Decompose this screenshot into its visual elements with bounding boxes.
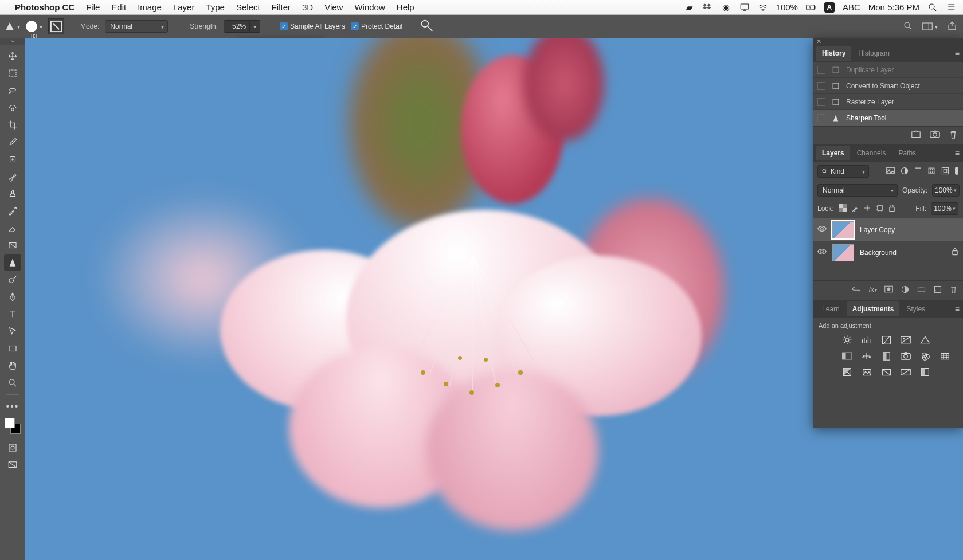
brush-panel-toggle[interactable] (48, 18, 64, 34)
battery-icon[interactable] (806, 2, 816, 13)
threshold-icon[interactable] (880, 367, 892, 377)
wifi-icon[interactable] (758, 2, 768, 13)
menu-select[interactable]: Select (236, 2, 260, 12)
pressure-controls-icon[interactable] (420, 18, 436, 34)
quick-select-tool[interactable] (4, 100, 21, 116)
history-toggle[interactable] (817, 82, 825, 90)
lock-artboard-icon[interactable] (876, 204, 884, 214)
tab-layers[interactable]: Layers (816, 146, 850, 160)
layer-thumbnail[interactable] (832, 244, 854, 261)
brush-tool[interactable] (4, 169, 21, 185)
fx-icon[interactable]: fx▾ (869, 285, 876, 296)
layer-filter-kind[interactable]: Kind (817, 165, 869, 178)
menu-filter[interactable]: Filter (272, 2, 291, 12)
history-step[interactable]: Sharpen Tool (813, 110, 963, 126)
levels-icon[interactable] (861, 335, 872, 345)
hue-sat-icon[interactable] (841, 351, 853, 361)
filter-adjustment-icon[interactable] (901, 167, 909, 177)
history-step[interactable]: Convert to Smart Object (813, 78, 963, 94)
panel-close-icon[interactable]: ✕ (813, 38, 963, 45)
battery-percent[interactable]: 100% (776, 2, 798, 12)
tab-history[interactable]: History (816, 46, 851, 61)
blend-mode-select[interactable]: Normal (817, 184, 898, 197)
crop-tool[interactable] (4, 117, 21, 133)
fill-input[interactable]: 100%▾ (931, 202, 958, 215)
curves-icon[interactable] (880, 335, 892, 345)
move-tool[interactable] (4, 48, 21, 64)
sample-all-layers-checkbox[interactable]: ✓Sample All Layers (280, 22, 345, 30)
marquee-tool[interactable] (4, 65, 21, 81)
notification-center-icon[interactable]: ☰ (946, 2, 956, 13)
brightness-icon[interactable] (841, 335, 853, 345)
screen-mode-icon[interactable] (4, 457, 21, 473)
tab-histogram[interactable]: Histogram (852, 46, 895, 61)
input-source-label[interactable]: ABC (843, 2, 860, 12)
history-toggle[interactable] (817, 66, 825, 74)
share-icon[interactable] (947, 21, 957, 33)
history-step[interactable]: Duplicate Layer (813, 62, 963, 78)
visibility-toggle-icon[interactable] (817, 225, 827, 234)
menu-edit[interactable]: Edit (111, 2, 126, 12)
color-balance-icon[interactable] (861, 351, 872, 361)
group-icon[interactable] (917, 285, 926, 296)
search-icon[interactable] (903, 21, 913, 33)
lock-all-icon[interactable] (888, 204, 895, 214)
link-layers-icon[interactable] (852, 285, 861, 296)
edit-toolbar-icon[interactable]: ••• (4, 398, 21, 414)
history-step[interactable]: Rasterize Layer (813, 94, 963, 110)
photo-filter-icon[interactable] (900, 351, 911, 361)
gradient-tool[interactable] (4, 237, 21, 253)
current-tool-icon[interactable] (6, 22, 14, 30)
color-swatches[interactable] (5, 418, 21, 434)
menu-layer[interactable]: Layer (173, 2, 195, 12)
filter-smart-icon[interactable] (941, 167, 949, 177)
spotlight-icon[interactable] (927, 2, 938, 13)
strength-input[interactable]: 52% (224, 20, 250, 33)
healing-brush-tool[interactable] (4, 151, 21, 167)
gradient-map-icon[interactable] (900, 367, 911, 377)
menubar-clock[interactable]: Mon 5:36 PM (868, 2, 919, 12)
filter-pixel-icon[interactable] (886, 167, 895, 177)
blend-mode-select[interactable]: Normal (105, 20, 168, 33)
type-tool[interactable] (4, 306, 21, 322)
zoom-tool[interactable] (4, 375, 21, 391)
menu-help[interactable]: Help (397, 2, 414, 12)
lasso-tool[interactable] (4, 83, 21, 99)
airplay-icon[interactable] (739, 2, 750, 13)
tool-preset-chevron-icon[interactable]: ▾ (17, 24, 20, 30)
hand-tool[interactable] (4, 358, 21, 374)
lock-image-icon[interactable] (851, 204, 859, 214)
menu-type[interactable]: Type (206, 2, 225, 12)
menu-window[interactable]: Window (354, 2, 385, 12)
history-brush-tool[interactable] (4, 203, 21, 219)
adjustment-layer-icon[interactable] (901, 285, 909, 296)
tab-adjustments[interactable]: Adjustments (847, 301, 900, 316)
clone-stamp-tool[interactable] (4, 186, 21, 202)
sharpen-tool[interactable] (4, 254, 21, 271)
menu-file[interactable]: File (86, 2, 100, 12)
input-source-icon[interactable]: A (824, 2, 835, 13)
new-layer-icon[interactable] (934, 285, 942, 296)
lock-transparent-icon[interactable] (839, 204, 847, 214)
history-toggle[interactable] (817, 114, 825, 122)
menu-image[interactable]: Image (138, 2, 162, 12)
strength-dropdown-icon[interactable]: ▾ (250, 20, 260, 33)
lock-position-icon[interactable] (863, 204, 871, 214)
filter-toggle-switch[interactable] (955, 167, 958, 175)
tab-paths[interactable]: Paths (892, 146, 922, 160)
brush-preset-picker[interactable]: ▾ 83 (26, 21, 42, 32)
layer-thumbnail[interactable] (832, 221, 854, 238)
black-white-icon[interactable] (880, 351, 892, 361)
pen-tool[interactable] (4, 289, 21, 305)
workspace-switcher[interactable]: ▾ (922, 22, 938, 30)
eyedropper-tool[interactable] (4, 134, 21, 150)
vibrance-icon[interactable] (919, 335, 931, 345)
creative-cloud-icon[interactable]: ◉ (721, 2, 731, 13)
dropbox-icon[interactable] (703, 2, 713, 13)
channel-mixer-icon[interactable] (919, 351, 931, 361)
panel-menu-icon[interactable]: ≡ (955, 148, 960, 158)
tab-learn[interactable]: Learn (816, 301, 845, 316)
app-menu[interactable]: Photoshop CC (15, 2, 75, 12)
history-toggle[interactable] (817, 98, 825, 106)
quick-mask-icon[interactable] (4, 440, 21, 456)
